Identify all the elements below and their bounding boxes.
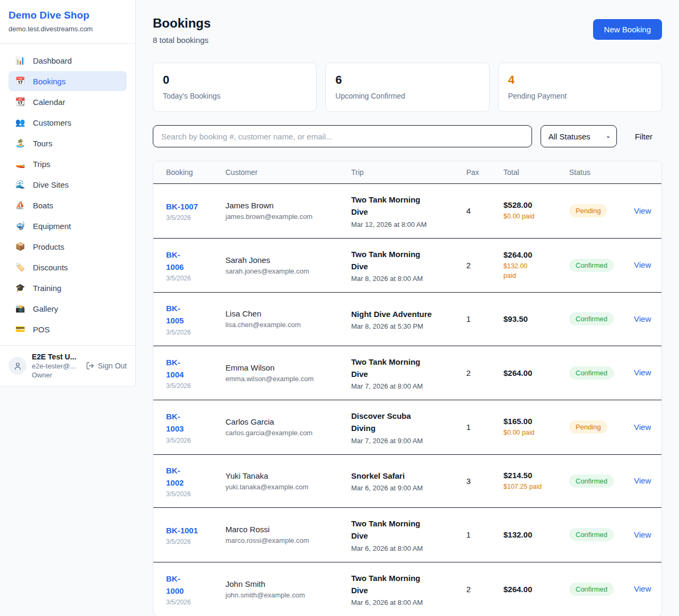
main-content: Bookings 8 total bookings New Booking 0T…: [136, 0, 679, 616]
sidebar-item-gallery[interactable]: 📸Gallery: [8, 298, 127, 319]
status-cell: Pending: [569, 195, 634, 227]
sidebar-item-trips[interactable]: 🚤Trips: [8, 154, 127, 174]
sidebar-item-label: Training: [33, 284, 62, 293]
column-header-actions: [634, 161, 649, 183]
tag-icon: 🏷️: [15, 262, 25, 272]
view-link[interactable]: View: [634, 584, 651, 593]
sign-out-label: Sign Out: [98, 362, 127, 370]
customer-email: lisa.chen@example.com: [225, 321, 346, 329]
status-badge: Confirmed: [569, 259, 614, 272]
filter-button[interactable]: Filter: [617, 132, 662, 141]
actions-cell: View: [634, 467, 656, 495]
stat-value: 6: [335, 73, 479, 87]
sidebar-item-label: Bookings: [33, 77, 66, 86]
sailboat-icon: ⛵: [15, 200, 25, 210]
view-link[interactable]: View: [634, 206, 651, 215]
booking-id-link[interactable]: BK- 1006: [166, 249, 184, 274]
sidebar-item-calendar[interactable]: 📆Calendar: [8, 92, 127, 112]
booking-date: 3/5/2026: [166, 538, 220, 545]
booking-date: 3/5/2026: [166, 329, 220, 336]
stat-card-pending-payment: 4Pending Payment: [498, 63, 662, 112]
column-header-pax: Pax: [466, 161, 503, 183]
sidebar-item-dashboard[interactable]: 📊Dashboard: [8, 50, 127, 71]
stat-card-upcoming-confirmed: 6Upcoming Confirmed: [325, 63, 489, 112]
package-icon: 📦: [15, 242, 25, 251]
view-link[interactable]: View: [634, 314, 651, 323]
pax-count: 2: [466, 575, 503, 603]
stat-card-today-s-bookings: 0Today's Bookings: [153, 63, 317, 112]
sidebar-item-training[interactable]: 🎓Training: [8, 278, 127, 298]
view-link[interactable]: View: [634, 368, 651, 377]
avatar: [8, 357, 27, 375]
sidebar-item-products[interactable]: 📦Products: [8, 236, 127, 257]
status-cell: Confirmed: [569, 357, 634, 389]
trip-cell: Discover Scuba DivingMar 7, 2026 at 9:00…: [351, 400, 466, 454]
sign-out-button[interactable]: Sign Out: [86, 362, 127, 370]
actions-cell: View: [634, 197, 656, 225]
booking-id-link[interactable]: BK-1007: [166, 200, 198, 213]
sidebar-item-label: Dashboard: [33, 56, 72, 65]
total-amount: $264.00: [503, 368, 564, 377]
page-subtitle: 8 total bookings: [153, 36, 211, 45]
user-name: E2E Test U...: [32, 353, 76, 361]
stat-value: 4: [508, 73, 652, 87]
trip-name: Night Dive Adventure: [351, 308, 461, 320]
customer-email: emma.wilson@example.com: [225, 375, 346, 383]
sidebar-item-pos[interactable]: 💳POS: [8, 319, 127, 339]
trip-datetime: Mar 12, 2026 at 8:00 AM: [351, 221, 461, 228]
customer-email: marco.rossi@example.com: [225, 536, 346, 544]
bar-chart-icon: 📊: [15, 56, 25, 65]
sidebar-item-bookings[interactable]: 📅Bookings: [8, 71, 127, 91]
sidebar-item-discounts[interactable]: 🏷️Discounts: [8, 257, 127, 277]
booking-id-link[interactable]: BK- 1000: [166, 573, 184, 597]
new-booking-button[interactable]: New Booking: [593, 19, 662, 40]
customer-cell: James Brownjames.brown@example.com: [225, 191, 351, 230]
customer-name: James Brown: [225, 201, 346, 210]
status-filter-select[interactable]: All Statuses: [541, 125, 617, 147]
status-badge: Confirmed: [569, 474, 614, 488]
sidebar-nav: 📊Dashboard📅Bookings📆Calendar👥Customers🏝️…: [0, 44, 135, 345]
sidebar-item-label: Products: [33, 242, 64, 251]
trip-cell: Snorkel SafariMar 6, 2026 at 9:00 AM: [351, 460, 466, 501]
speedboat-icon: 🚤: [15, 159, 25, 169]
booking-cell: BK- 10033/5/2026: [166, 401, 225, 454]
stat-label: Today's Bookings: [163, 92, 307, 100]
booking-date: 3/5/2026: [166, 490, 220, 498]
amount-paid: $107.25 paid: [503, 482, 564, 491]
sidebar-item-equipment[interactable]: 🤿Equipment: [8, 216, 127, 236]
booking-id-link[interactable]: BK- 1003: [166, 410, 184, 435]
status-cell: Confirmed: [569, 303, 634, 335]
sidebar-item-dive-sites[interactable]: 🌊Dive Sites: [8, 174, 127, 195]
stat-value: 0: [163, 73, 307, 87]
customer-email: james.brown@example.com: [225, 213, 346, 221]
trip-datetime: Mar 8, 2026 at 5:30 PM: [351, 322, 461, 330]
total-amount: $264.00: [503, 250, 564, 259]
booking-cell: BK- 10053/5/2026: [166, 293, 225, 346]
view-link[interactable]: View: [634, 260, 651, 269]
view-link[interactable]: View: [634, 476, 651, 485]
booking-cell: BK- 10003/5/2026: [166, 563, 225, 616]
trip-cell: Two Tank Morning DiveMar 6, 2026 at 8:00…: [351, 562, 466, 616]
user-email: e2e-tester@...: [32, 362, 76, 370]
sidebar-item-tours[interactable]: 🏝️Tours: [8, 133, 127, 153]
view-link[interactable]: View: [634, 423, 651, 432]
sidebar-item-customers[interactable]: 👥Customers: [8, 112, 127, 133]
customer-email: yuki.tanaka@example.com: [225, 483, 346, 491]
booking-id-link[interactable]: BK- 1002: [166, 464, 184, 489]
booking-id-link[interactable]: BK-1001: [166, 524, 198, 536]
booking-cell: BK- 10063/5/2026: [166, 239, 225, 292]
search-input[interactable]: [153, 125, 532, 147]
total-amount: $214.50: [503, 471, 564, 480]
customer-cell: John Smithjohn.smith@example.com: [225, 570, 351, 609]
view-link[interactable]: View: [634, 530, 651, 539]
pax-count: 2: [466, 251, 503, 279]
trip-cell: Two Tank Morning DiveMar 6, 2026 at 8:00…: [351, 508, 466, 562]
column-header-total: Total: [503, 161, 569, 183]
customer-name: Emma Wilson: [225, 363, 346, 372]
status-badge: Confirmed: [569, 312, 614, 325]
booking-id-link[interactable]: BK- 1005: [166, 302, 184, 327]
sidebar: Demo Dive Shop demo.test.divestreams.com…: [0, 0, 136, 386]
customer-name: Yuki Tanaka: [225, 471, 346, 480]
sidebar-item-boats[interactable]: ⛵Boats: [8, 195, 127, 215]
booking-id-link[interactable]: BK- 1004: [166, 356, 184, 381]
